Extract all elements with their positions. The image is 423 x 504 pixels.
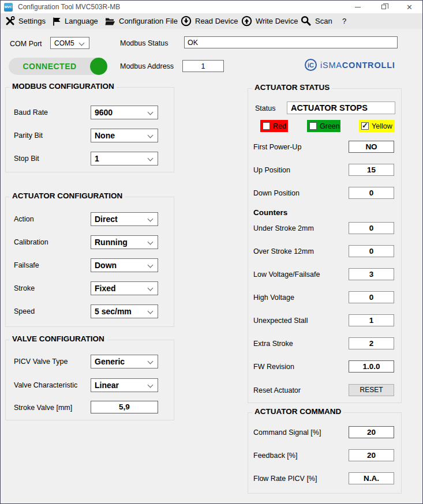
checkbox-icon: [309, 122, 317, 130]
modbus-address-label: Modbus Address: [120, 62, 174, 70]
title-bar: MVC Configuration Tool MVC503R-MB ✕: [1, 1, 422, 13]
fw-revision-label: FW Revision: [253, 363, 294, 371]
action-select[interactable]: Direct: [91, 212, 158, 226]
up-position-value: 15: [349, 164, 394, 176]
reset-button[interactable]: RESET: [349, 384, 394, 396]
settings-menu-button[interactable]: Settings: [5, 13, 46, 29]
modbus-address-input[interactable]: 1: [182, 60, 224, 72]
yellow-led-checkbox[interactable]: Yellow: [359, 120, 395, 132]
read-device-label: Read Device: [195, 17, 238, 25]
green-led-checkbox[interactable]: Green: [307, 120, 340, 132]
minimize-icon: [355, 7, 361, 7]
circle-down-arrow-icon: [181, 16, 192, 27]
checkbox-icon: [361, 122, 369, 130]
isma-logo-icon: iC: [305, 59, 317, 71]
stop-bit-select[interactable]: 1: [91, 152, 158, 166]
chevron-down-icon: [148, 239, 154, 245]
language-menu-button[interactable]: Language: [52, 13, 98, 29]
low-voltage-failsafe-label: Low Voltage/Failsafe: [253, 270, 320, 279]
scan-label: Scan: [315, 17, 332, 25]
parity-bit-select[interactable]: None: [91, 129, 158, 142]
over-stroke-12mm-value: 0: [349, 245, 394, 257]
unexpected-stall-label: Unexpected Stall: [253, 317, 308, 325]
flow-rate-picv-value: N.A.: [349, 472, 394, 484]
chevron-down-icon: [148, 133, 154, 138]
stroke-valve-label: Stroke Valve [mm]: [14, 404, 72, 412]
com-port-select[interactable]: COM5: [50, 37, 89, 49]
toolbar: Settings Language Configuration File Rea…: [1, 13, 422, 29]
chevron-down-icon: [148, 216, 154, 222]
extra-stroke-label: Extra Stroke: [253, 340, 293, 348]
configuration-file-menu-button[interactable]: Configuration File: [105, 13, 178, 29]
under-stroke-2mm-label: Under Stroke 2mm: [253, 224, 314, 232]
write-device-button[interactable]: Write Device: [241, 13, 298, 29]
failsafe-label: Failsafe: [14, 261, 39, 269]
brand-name: iSMACONTROLLI: [320, 61, 395, 70]
actuator-command-title: ACTUATOR COMMAND: [252, 407, 343, 416]
calibration-select[interactable]: Running: [91, 235, 158, 249]
status-label: Status: [255, 104, 275, 112]
action-label: Action: [14, 215, 34, 223]
counters-heading: Counters: [253, 208, 287, 217]
restore-icon: [381, 5, 386, 9]
modbus-status-field[interactable]: OK: [184, 36, 398, 48]
chevron-down-icon: [148, 382, 154, 388]
picv-valve-type-select[interactable]: Generic: [91, 355, 158, 368]
configuration-file-label: Configuration File: [119, 17, 178, 25]
magnifier-icon: [301, 16, 312, 27]
stop-bit-label: Stop Bit: [14, 155, 39, 163]
connected-label: CONNECTED: [9, 58, 91, 75]
com-port-value: COM5: [54, 39, 74, 47]
connection-status-dot: [90, 58, 107, 75]
modbus-status-label: Modbus Status: [120, 39, 168, 47]
actuator-status-title: ACTUATOR STATUS: [252, 83, 332, 92]
connected-indicator[interactable]: CONNECTED: [9, 58, 106, 75]
stroke-select[interactable]: Fixed: [91, 281, 158, 295]
unexpected-stall-value: 1: [349, 314, 394, 326]
window-controls: ✕: [345, 1, 422, 13]
checkbox-icon: [263, 122, 270, 130]
close-icon: ✕: [406, 3, 413, 11]
com-port-label: COM Port: [10, 40, 42, 48]
folder-icon: [105, 17, 115, 26]
down-position-value: 0: [349, 187, 394, 199]
low-voltage-failsafe-value: 3: [349, 268, 394, 280]
valve-characteristic-label: Valve Characteristic: [14, 381, 77, 389]
speed-select[interactable]: 5 sec/mm: [91, 304, 158, 318]
minimize-button[interactable]: [345, 1, 370, 13]
actuator-configuration-title: ACTUATOR CONFIGURATION: [10, 191, 125, 200]
baud-rate-select[interactable]: 9600: [91, 106, 158, 119]
feedback-value: 20: [349, 449, 394, 461]
restore-button[interactable]: [370, 1, 396, 13]
picv-valve-type-label: PICV Valve Type: [14, 358, 68, 366]
read-device-button[interactable]: Read Device: [181, 13, 238, 29]
up-position-label: Up Position: [253, 166, 290, 174]
baud-rate-label: Baud Rate: [14, 108, 48, 116]
chevron-down-icon: [148, 156, 154, 161]
chevron-down-icon: [79, 40, 85, 46]
reset-actuator-label: Reset Actuator: [253, 386, 301, 394]
valve-configuration-group: VALVE CONFIGURATION PICV Valve Type Gene…: [5, 340, 174, 420]
chevron-down-icon: [148, 110, 154, 115]
down-position-label: Down Position: [253, 189, 300, 197]
flag-icon: [52, 17, 61, 26]
fw-revision-value: 1.0.0: [349, 360, 394, 373]
scan-button[interactable]: Scan: [301, 13, 332, 29]
valve-characteristic-select[interactable]: Linear: [91, 378, 158, 392]
parity-bit-label: Parity Bit: [14, 131, 43, 140]
stroke-valve-input[interactable]: 5,9: [91, 401, 158, 413]
failsafe-select[interactable]: Down: [91, 258, 158, 272]
first-power-up-value: NO: [349, 141, 394, 153]
red-led-checkbox[interactable]: Red: [260, 120, 288, 132]
under-stroke-2mm-value: 0: [349, 222, 394, 234]
feedback-label: Feedback [%]: [253, 452, 297, 460]
close-button[interactable]: ✕: [396, 1, 422, 13]
settings-label: Settings: [18, 17, 46, 25]
wrench-screwdriver-icon: [5, 16, 15, 26]
high-voltage-label: High Voltage: [253, 294, 294, 302]
command-signal-input[interactable]: 20: [349, 426, 394, 438]
help-button[interactable]: ?: [342, 13, 346, 29]
chevron-down-icon: [148, 262, 154, 268]
actuator-configuration-group: ACTUATOR CONFIGURATION Action Direct Cal…: [5, 197, 174, 327]
language-label: Language: [65, 17, 98, 25]
